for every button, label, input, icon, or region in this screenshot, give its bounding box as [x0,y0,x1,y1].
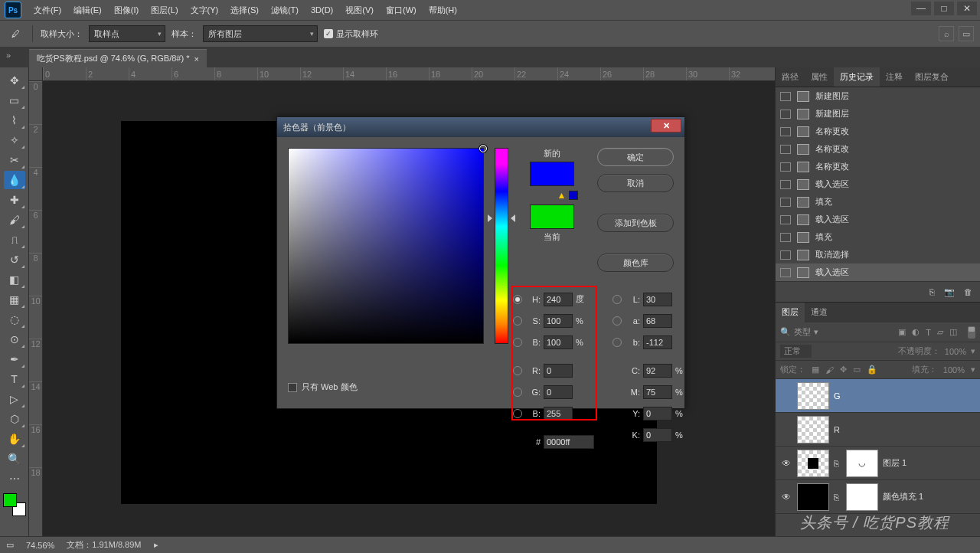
tool-preset-icon[interactable]: 🖊 [6,25,24,43]
dialog-close-button[interactable]: ✕ [651,119,681,133]
web-only-checkbox[interactable]: 只有 Web 颜色 [288,381,358,393]
b-input[interactable] [544,335,573,349]
r-input[interactable] [544,364,573,378]
filter-smart-icon[interactable]: ◫ [949,327,957,337]
expand-icon[interactable]: » [6,51,15,60]
hue-slider[interactable] [495,148,508,344]
panel-tab[interactable]: 图层复合 [909,67,955,87]
saturation-value-field[interactable] [288,148,484,344]
history-item[interactable]: 载入选区 [776,175,980,193]
type-tool[interactable]: T [4,370,25,388]
history-item[interactable]: 载入选区 [776,263,980,281]
cancel-button[interactable]: 取消 [597,174,674,192]
panel-tab[interactable]: 通道 [805,303,834,322]
a-radio[interactable] [612,316,622,326]
dodge-tool[interactable]: ⊙ [4,330,25,348]
filter-switch[interactable] [968,326,975,339]
lock-artboard-icon[interactable]: ▭ [853,365,861,375]
search-icon[interactable]: ⌕ [939,26,954,41]
gamut-warning-icon[interactable]: ▲ [557,190,567,201]
lasso-tool[interactable]: ⌇ [4,111,25,129]
link-icon[interactable]: ⎘ [834,459,841,468]
menu-编辑(E)[interactable]: 编辑(E) [67,2,108,18]
foreground-swatch[interactable] [3,493,17,507]
r-radio[interactable] [513,366,522,375]
show-ring-checkbox[interactable]: ✓显示取样环 [324,28,378,40]
history-item[interactable]: 填充 [776,193,980,211]
filter-type-icon[interactable]: T [926,328,931,337]
layer-mask[interactable]: ◡ [846,450,878,477]
menu-文字(Y)[interactable]: 文字(Y) [185,2,225,18]
panel-tab[interactable]: 图层 [776,303,805,322]
gradient-tool[interactable]: ▦ [4,290,25,309]
eyedropper-tool[interactable]: 💧 [4,171,25,189]
g-input[interactable] [544,385,573,399]
sample-size-select[interactable]: 取样点 [89,25,165,42]
current-color-preview[interactable] [530,205,574,229]
lock-paint-icon[interactable]: 🖌 [825,365,834,375]
window-minimize[interactable]: — [911,2,931,15]
l-radio[interactable] [612,295,622,304]
ok-button[interactable]: 确定 [597,148,674,166]
layer-row[interactable]: G [776,379,980,413]
menu-视图(V)[interactable]: 视图(V) [339,2,380,18]
stamp-tool[interactable]: ⎍ [4,231,25,249]
menu-文件(F)[interactable]: 文件(F) [28,2,67,18]
history-item[interactable]: 新建图层 [776,105,980,123]
menu-选择(S)[interactable]: 选择(S) [224,2,265,18]
history-item[interactable]: 名称更改 [776,140,980,158]
brush-tool[interactable]: 🖌 [4,211,25,229]
zoom-tool[interactable]: 🔍 [4,450,25,468]
filter-shape-icon[interactable]: ▱ [937,327,943,337]
window-maximize[interactable]: □ [934,2,954,15]
menu-帮助(H)[interactable]: 帮助(H) [423,2,463,18]
history-item[interactable]: 名称更改 [776,158,980,175]
layer-mask[interactable] [846,483,878,511]
sample-select[interactable]: 所有图层 [203,25,318,42]
filter-pixel-icon[interactable]: ▣ [898,327,906,337]
layer-row[interactable]: 👁⎘颜色填充 1 [776,480,980,514]
h-input[interactable] [544,293,573,306]
bb-radio[interactable] [513,409,522,418]
link-icon[interactable]: ⎘ [834,492,841,502]
menu-3D(D)[interactable]: 3D(D) [305,2,339,18]
color-library-button[interactable]: 颜色库 [597,254,674,272]
workspace-icon[interactable]: ▭ [959,26,974,41]
k-input[interactable] [643,428,672,442]
m-input[interactable] [643,385,672,399]
add-swatch-button[interactable]: 添加到色板 [597,214,674,232]
opacity-value[interactable]: 100% [945,347,966,356]
s-radio[interactable] [513,316,522,326]
move-tool[interactable]: ✥ [4,71,25,90]
edit-toolbar[interactable]: ⋯ [4,470,25,488]
pen-tool[interactable]: ✒ [4,350,25,368]
marquee-tool[interactable]: ▭ [4,91,25,110]
eraser-tool[interactable]: ◧ [4,270,25,289]
lock-all-icon[interactable]: 🔒 [867,365,877,375]
menu-图像(I)[interactable]: 图像(I) [108,2,145,18]
heal-tool[interactable]: ✚ [4,191,25,209]
blur-tool[interactable]: ◌ [4,310,25,329]
path-select-tool[interactable]: ▷ [4,390,25,408]
layer-row[interactable]: R [776,413,980,447]
color-swatches[interactable] [3,493,26,516]
bb-input[interactable] [544,407,573,420]
h-radio[interactable] [513,295,522,304]
hand-tool[interactable]: ✋ [4,430,25,448]
menu-图层(L)[interactable]: 图层(L) [145,2,184,18]
b-radio[interactable] [513,338,522,347]
history-item[interactable]: 取消选择 [776,246,980,263]
wand-tool[interactable]: ✧ [4,131,25,149]
snapshot-icon[interactable]: 📷 [944,287,955,297]
g-radio[interactable] [513,388,522,397]
history-brush-tool[interactable]: ↺ [4,250,25,269]
a-input[interactable] [643,314,672,328]
lock-position-icon[interactable]: ✥ [840,365,847,375]
panel-tab[interactable]: 路径 [776,67,805,87]
c-input[interactable] [643,364,672,378]
history-item[interactable]: 新建图层 [776,87,980,105]
zoom-level[interactable]: 74.56% [26,541,54,550]
lab-b-input[interactable] [643,335,672,349]
history-item[interactable]: 填充 [776,228,980,246]
lab-b-radio[interactable] [612,338,622,347]
